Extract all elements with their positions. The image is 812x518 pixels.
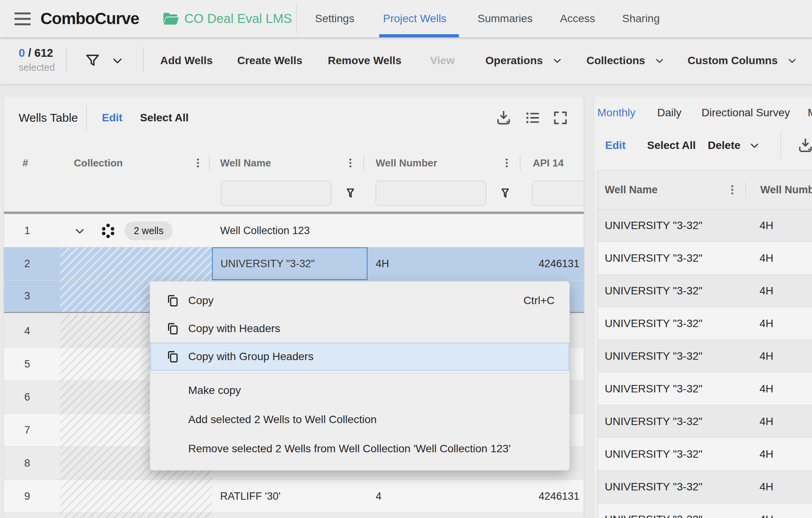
tab-sharing[interactable]: Sharing <box>622 0 660 37</box>
menu-item-remove-selected-from-collection[interactable]: Remove selected 2 Wells from Well Collec… <box>150 434 569 463</box>
custom-columns-dropdown[interactable]: Custom Columns <box>688 37 798 84</box>
filter-icon[interactable] <box>84 37 101 84</box>
well-name-cell[interactable]: RATLIFF '30' <box>220 480 280 513</box>
well-number-cell[interactable]: 4H <box>760 471 774 503</box>
panel-divider <box>86 105 87 131</box>
download-icon[interactable] <box>495 109 513 127</box>
well-name-cell[interactable]: UNIVERSITY "3-32" <box>605 242 702 274</box>
add-wells-button[interactable]: Add Wells <box>160 37 213 84</box>
select-all-button[interactable]: Select All <box>140 96 189 139</box>
well-number-cell[interactable]: 4H <box>760 405 774 438</box>
edit-button[interactable]: Edit <box>605 130 626 161</box>
active-tab-indicator <box>379 34 459 37</box>
table-row[interactable]: 9 RATLIFF '30' 4 4246131 <box>4 480 584 513</box>
well-number-cell[interactable]: 4H <box>760 438 774 470</box>
well-number-kebab-menu-icon[interactable] <box>501 152 513 174</box>
well-name-filter-input[interactable] <box>221 181 331 206</box>
tab-summaries[interactable]: Summaries <box>478 0 533 37</box>
well-number-filter-funnel-icon[interactable] <box>498 186 513 201</box>
well-number-cell[interactable]: 4H <box>760 209 774 242</box>
table-row[interactable]: UNIVERSITY "3-32" 4H <box>598 470 812 503</box>
well-number-cell[interactable]: 4H <box>760 373 774 405</box>
column-header-collection[interactable]: Collection <box>74 152 123 174</box>
selected-label: selected <box>19 62 55 73</box>
well-name-filter-funnel-icon[interactable] <box>343 186 358 201</box>
create-wells-button[interactable]: Create Wells <box>237 37 303 84</box>
table-row[interactable]: UNIVERSITY "3-32" 4H <box>598 242 812 274</box>
column-header-num[interactable]: # <box>23 152 28 174</box>
tab-settings[interactable]: Settings <box>315 0 354 37</box>
menu-item-copy[interactable]: Copy Ctrl+C <box>150 287 569 315</box>
collection-name-cell[interactable]: Well Collection 123 <box>220 214 310 247</box>
delete-label: Delete <box>708 139 740 152</box>
group-expand-chevron-down-icon[interactable] <box>73 224 86 238</box>
menu-item-copy-with-headers[interactable]: Copy with Headers <box>150 315 569 343</box>
column-header-api14[interactable]: API 14 <box>533 152 564 174</box>
tab-monthly[interactable]: Monthly <box>597 103 635 123</box>
tab-directional-survey[interactable]: Directional Survey <box>702 103 790 123</box>
menu-item-label: Remove selected 2 Wells from Well Collec… <box>188 443 511 455</box>
well-number-cell[interactable]: 4H <box>760 340 774 372</box>
column-header-well-name[interactable]: Well Name <box>605 170 658 209</box>
well-number-cell[interactable]: 4 <box>376 480 382 513</box>
well-number-cell[interactable]: 4H <box>376 247 389 280</box>
table-row[interactable]: UNIVERSITY "3-32" 4H <box>598 438 812 470</box>
operations-dropdown[interactable]: Operations <box>485 37 563 84</box>
fullscreen-icon[interactable] <box>551 109 569 127</box>
table-row[interactable]: UNIVERSITY "3-32" 4H <box>598 340 812 372</box>
well-name-cell[interactable]: UNIVERSITY "3-32" <box>605 340 702 372</box>
table-row[interactable]: UNIVERSITY "3-32" 4H <box>598 405 812 438</box>
collections-dropdown[interactable]: Collections <box>586 37 665 84</box>
column-header-well-number[interactable]: Well Number <box>760 170 812 209</box>
api14-cell[interactable]: 4246131 <box>539 247 579 280</box>
table-row-selected[interactable]: 2 UNIVERSITY "3-32" 4H 4246131 <box>4 247 584 280</box>
well-name-cell[interactable]: UNIVERSITY "3-32" <box>605 405 702 438</box>
table-row[interactable]: UNIVERSITY "3-32" 4H <box>598 372 812 405</box>
tab-access[interactable]: Access <box>560 0 595 37</box>
well-number-filter-input[interactable] <box>376 181 486 206</box>
well-name-kebab-menu-icon[interactable] <box>345 152 356 174</box>
api14-filter-input[interactable] <box>532 181 584 206</box>
well-name-cell[interactable]: UNIVERSITY "3-32" <box>605 307 702 340</box>
select-all-button[interactable]: Select All <box>647 130 696 161</box>
table-row[interactable]: UNIVERSITY "3-32" 4H <box>598 503 812 518</box>
list-view-icon[interactable] <box>523 109 541 127</box>
well-name-cell[interactable]: UNIVERSITY "3-32" <box>605 471 702 503</box>
column-header-well-name[interactable]: Well Name <box>220 152 271 174</box>
table-row[interactable]: UNIVERSITY "3-32" 4H <box>598 274 812 307</box>
row-number: 5 <box>4 348 51 380</box>
table-row[interactable] <box>4 513 584 518</box>
well-name-cell[interactable]: UNIVERSITY "3-32" <box>605 503 702 518</box>
remove-wells-button[interactable]: Remove Wells <box>328 37 401 84</box>
well-name-kebab-menu-icon[interactable] <box>726 184 738 196</box>
delete-dropdown[interactable]: Delete <box>708 130 761 161</box>
tab-project-wells[interactable]: Project Wells <box>383 0 446 37</box>
table-row[interactable]: UNIVERSITY "3-32" 4H <box>598 307 812 340</box>
tab-daily[interactable]: Daily <box>657 103 681 123</box>
collection-kebab-menu-icon[interactable] <box>192 152 204 174</box>
project-name[interactable]: CO Deal Eval LMS <box>184 0 292 37</box>
well-name-cell[interactable]: UNIVERSITY "3-32" <box>605 275 702 307</box>
table-body: UNIVERSITY "3-32" 4H UNIVERSITY "3-32" 4… <box>598 209 812 518</box>
edit-button[interactable]: Edit <box>102 96 122 139</box>
column-header-well-number[interactable]: Well Number <box>376 152 437 174</box>
hamburger-menu-icon[interactable] <box>14 0 31 37</box>
well-name-cell[interactable]: UNIVERSITY "3-32" <box>605 209 702 242</box>
menu-item-label: Make copy <box>188 384 241 397</box>
table-row-group[interactable]: 1 2 wells Well Collection 123 <box>4 214 584 247</box>
menu-item-copy-with-group-headers[interactable]: Copy with Group Headers <box>150 343 569 371</box>
tab-clipped[interactable]: M <box>808 103 812 123</box>
download-icon[interactable] <box>796 136 812 154</box>
well-name-cell[interactable]: UNIVERSITY "3-32" <box>605 438 702 470</box>
table-row[interactable]: UNIVERSITY "3-32" 4H <box>598 209 812 242</box>
well-name-cell[interactable]: UNIVERSITY "3-32" <box>605 373 702 405</box>
well-name-cell-focused[interactable]: UNIVERSITY "3-32" <box>212 247 368 280</box>
menu-item-add-selected-to-collection[interactable]: Add selected 2 Wells to Well Collection <box>150 405 569 434</box>
filter-chevron-down-icon[interactable] <box>110 37 124 84</box>
well-number-cell[interactable]: 4H <box>760 503 774 518</box>
api14-cell[interactable]: 4246131 <box>539 480 579 513</box>
well-number-cell[interactable]: 4H <box>760 307 774 340</box>
well-number-cell[interactable]: 4H <box>760 275 774 307</box>
menu-item-make-copy[interactable]: Make copy <box>150 376 569 405</box>
well-number-cell[interactable]: 4H <box>760 242 774 274</box>
